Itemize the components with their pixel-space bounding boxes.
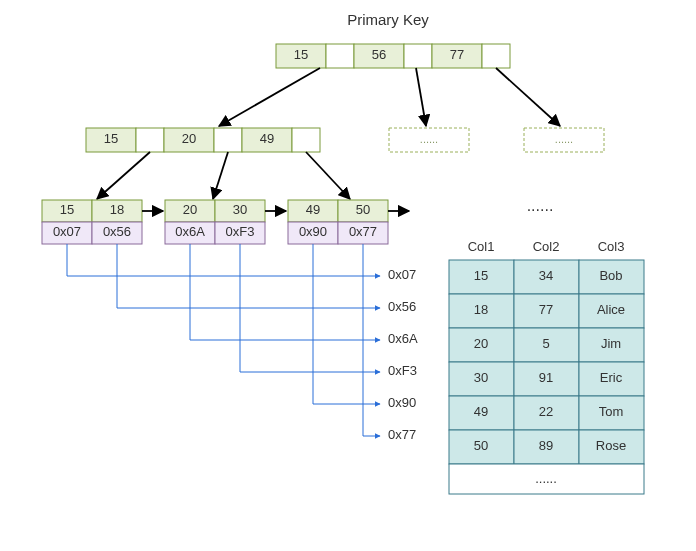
table-header-2: Col3 — [598, 239, 625, 254]
internal-key-2: 49 — [260, 131, 274, 146]
leaf2-key0: 49 — [306, 202, 320, 217]
pointer-lines — [67, 244, 380, 436]
arrow-root-left — [219, 68, 320, 126]
svg-text:34: 34 — [539, 268, 553, 283]
row-label-4: 0x90 — [388, 395, 416, 410]
svg-text:49: 49 — [474, 404, 488, 419]
svg-rect-1 — [326, 44, 354, 68]
ghost-node-1: ...... — [524, 128, 604, 152]
leaf-node-1: 20 30 0x6A 0xF3 — [165, 200, 265, 244]
root-node: 15 56 77 — [276, 44, 510, 68]
svg-rect-11 — [292, 128, 320, 152]
table-footer: ...... — [535, 471, 557, 486]
svg-rect-7 — [136, 128, 164, 152]
svg-text:20: 20 — [474, 336, 488, 351]
title: Primary Key — [347, 11, 429, 28]
table-row: 15 34 Bob — [449, 260, 644, 294]
svg-text:Alice: Alice — [597, 302, 625, 317]
row-label-5: 0x77 — [388, 427, 416, 442]
arrow-root-right — [496, 68, 560, 126]
svg-text:Rose: Rose — [596, 438, 626, 453]
leaf2-key1: 50 — [356, 202, 370, 217]
svg-text:18: 18 — [474, 302, 488, 317]
internal-node: 15 20 49 — [86, 128, 320, 152]
svg-text:50: 50 — [474, 438, 488, 453]
svg-text:30: 30 — [474, 370, 488, 385]
leaf1-key0: 20 — [183, 202, 197, 217]
svg-text:......: ...... — [420, 133, 438, 145]
svg-text:Tom: Tom — [599, 404, 624, 419]
row-label-0: 0x07 — [388, 267, 416, 282]
table-header-0: Col1 — [468, 239, 495, 254]
table-row: 50 89 Rose — [449, 430, 644, 464]
row-label-3: 0xF3 — [388, 363, 417, 378]
internal-key-1: 20 — [182, 131, 196, 146]
arrow-int-2 — [306, 152, 350, 199]
root-key-1: 56 — [372, 47, 386, 62]
table-row: 30 91 Eric — [449, 362, 644, 396]
table-row: 18 77 Alice — [449, 294, 644, 328]
svg-text:Jim: Jim — [601, 336, 621, 351]
arrow-int-1 — [213, 152, 228, 199]
arrow-int-0 — [97, 152, 150, 199]
svg-text:5: 5 — [542, 336, 549, 351]
leaf0-key1: 18 — [110, 202, 124, 217]
leaf1-ptr0: 0x6A — [175, 224, 205, 239]
data-table: Col1 Col2 Col3 15 34 Bob 18 77 Alice 20 … — [449, 239, 644, 494]
svg-rect-9 — [214, 128, 242, 152]
svg-text:Eric: Eric — [600, 370, 623, 385]
svg-text:22: 22 — [539, 404, 553, 419]
table-header-1: Col2 — [533, 239, 560, 254]
svg-text:91: 91 — [539, 370, 553, 385]
leaf2-ptr0: 0x90 — [299, 224, 327, 239]
svg-text:......: ...... — [555, 133, 573, 145]
arrow-root-mid — [416, 68, 426, 126]
svg-text:15: 15 — [474, 268, 488, 283]
row-label-2: 0x6A — [388, 331, 418, 346]
internal-key-0: 15 — [104, 131, 118, 146]
leaf-node-0: 15 18 0x07 0x56 — [42, 200, 142, 244]
svg-text:Bob: Bob — [599, 268, 622, 283]
root-key-2: 77 — [450, 47, 464, 62]
svg-rect-5 — [482, 44, 510, 68]
row-label-1: 0x56 — [388, 299, 416, 314]
svg-rect-3 — [404, 44, 432, 68]
leaf0-ptr1: 0x56 — [103, 224, 131, 239]
leaf-node-2: 49 50 0x90 0x77 — [288, 200, 388, 244]
ghost-node-0: ...... — [389, 128, 469, 152]
leaf2-ptr1: 0x77 — [349, 224, 377, 239]
more-leaves: ...... — [527, 197, 554, 214]
leaf0-ptr0: 0x07 — [53, 224, 81, 239]
table-row: 49 22 Tom — [449, 396, 644, 430]
table-row: 20 5 Jim — [449, 328, 644, 362]
leaf0-key0: 15 — [60, 202, 74, 217]
svg-text:89: 89 — [539, 438, 553, 453]
leaf1-ptr1: 0xF3 — [226, 224, 255, 239]
root-key-0: 15 — [294, 47, 308, 62]
svg-text:77: 77 — [539, 302, 553, 317]
leaf1-key1: 30 — [233, 202, 247, 217]
